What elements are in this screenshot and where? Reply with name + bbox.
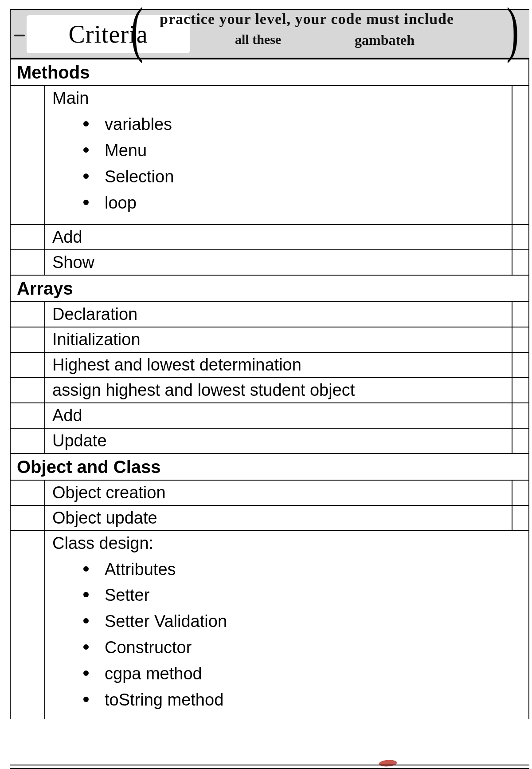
right-col-gap [512,506,528,530]
section-heading-methods: Methods [10,59,529,86]
right-col-gap [512,250,528,275]
right-col-gap [512,378,528,402]
left-paren-icon: ( [131,7,143,51]
right-col-gap [512,353,528,377]
row-declaration: Declaration [10,302,529,327]
cell-content: Object creation [45,481,512,505]
right-col-gap [512,327,528,352]
cell-content: Update [45,429,512,453]
right-col-gap [512,302,528,327]
row-show: Show [10,250,529,276]
note-line-2: all these [235,32,281,47]
bullet-item: toString method [83,687,521,713]
criteria-table: Methods Main variables Menu Selection lo… [10,59,529,719]
cell-content: Object update [45,506,512,530]
row-object-creation: Object creation [10,481,529,506]
row-initialization: Initialization [10,327,529,353]
note-line-3: gambateh [355,32,415,48]
cell-content: Add [45,225,512,249]
right-col-gap [512,403,528,428]
note-line-1: practice your level, your code must incl… [160,11,488,28]
section-title: Methods [11,59,94,85]
row-label: Class design: [52,534,521,553]
section-title: Object and Class [11,454,165,480]
right-col-gap [512,481,528,505]
indent-spacer [11,506,45,530]
row-arrays-add: Add [10,403,529,429]
bullet-list: Attributes Setter Setter Validation Cons… [52,553,521,717]
row-main: Main variables Menu Selection loop [10,86,529,225]
tick-dash [14,35,25,36]
cell-content: Show [45,250,512,275]
bullet-item: cgpa method [83,661,521,687]
handwritten-note: ( practice your level, your code must in… [133,10,519,59]
cell-content: Add [45,403,512,428]
bullet-item: loop [83,190,505,216]
cell-class-design: Class design: Attributes Setter Setter V… [45,531,528,719]
bullet-item: Selection [83,164,505,190]
indent-spacer [11,302,45,327]
bullet-item: variables [83,111,505,138]
right-col-gap [512,86,528,224]
row-object-update: Object update [10,506,529,531]
right-paren-icon: ) [507,7,519,51]
cell-content: Highest and lowest determination [45,353,512,377]
bullet-item: Setter [83,582,521,608]
indent-spacer [11,225,45,249]
indent-spacer [11,531,45,719]
right-col-gap [512,225,528,249]
indent-spacer [11,353,45,377]
right-col-gap [512,429,528,453]
indent-spacer [11,378,45,402]
bottom-rule [10,765,529,769]
row-class-design: Class design: Attributes Setter Setter V… [10,531,529,719]
indent-spacer [11,481,45,505]
indent-spacer [11,327,45,352]
bullet-list: variables Menu Selection loop [52,108,505,220]
cell-content: Declaration [45,302,512,327]
row-arrays-update: Update [10,429,529,454]
row-label: Main [52,89,505,108]
section-heading-arrays: Arrays [10,276,529,302]
indent-spacer [11,86,45,224]
cell-content: assign highest and lowest student object [45,378,512,402]
cell-content: Initialization [45,327,512,352]
row-highest-lowest: Highest and lowest determination [10,353,529,378]
row-assign-object: assign highest and lowest student object [10,378,529,403]
bullet-item: Attributes [83,556,521,583]
bullet-item: Constructor [83,635,521,661]
section-title: Arrays [11,276,78,301]
indent-spacer [11,429,45,453]
indent-spacer [11,250,45,275]
bullet-item: Menu [83,138,505,164]
bullet-item: Setter Validation [83,608,521,635]
cell-main: Main variables Menu Selection loop [45,86,512,224]
section-heading-object: Object and Class [10,454,529,481]
row-add: Add [10,225,529,250]
indent-spacer [11,403,45,428]
